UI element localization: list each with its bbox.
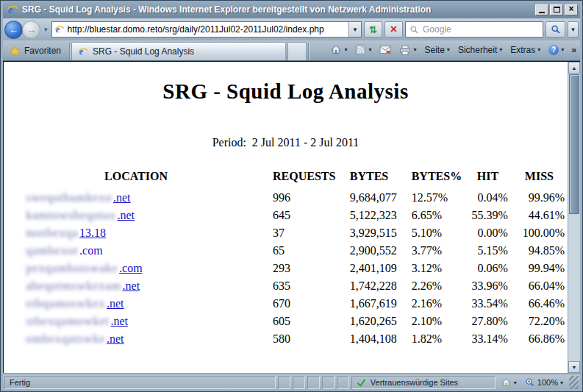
location-link[interactable]: .net (117, 209, 135, 221)
location-cell: abeqotmswkexam.net (23, 277, 249, 295)
url-text: http://bluestar.domo.reto/srg/daily/2011… (68, 24, 348, 35)
vertical-scrollbar[interactable]: ▲ ▼ (568, 62, 580, 373)
hit-cell: 27.80% (465, 313, 511, 330)
col-header-hit: HIT (465, 170, 511, 189)
table-row: qambexot.com652,900,5523.77%5.15%94.85% (23, 242, 568, 260)
table-row: kamtowsbeqotax.net6455,122,3236.65%55.39… (23, 207, 568, 224)
search-placeholder: Google (423, 24, 451, 35)
location-link[interactable]: .net (113, 191, 131, 204)
status-segment (322, 376, 335, 389)
search-input[interactable]: Google (405, 21, 543, 38)
table-row: abeqotmswkexam.net6351,742,2282.26%33.96… (23, 277, 568, 295)
separator (69, 43, 70, 59)
chevron-down-icon: ▾ (368, 46, 371, 53)
scroll-up-icon: ▲ (572, 65, 577, 71)
separator (308, 43, 309, 59)
miss-cell: 66.04% (511, 277, 568, 295)
table-row: ombexqatswke.net5801,404,1081.82%33.14%6… (23, 330, 568, 348)
zoom-magnifier-icon (525, 377, 535, 388)
refresh-button[interactable]: ⇅ (364, 21, 382, 38)
chevron-down-icon: ▾ (561, 46, 564, 53)
location-link[interactable]: .net (107, 332, 124, 345)
tab-bar: Favoriten e SRG - Squid Log Analysis ▾ (3, 40, 580, 61)
bytes-cell: 5,122,323 (338, 207, 399, 224)
zoom-control[interactable]: 100% ▾ (522, 376, 566, 389)
scrollbar-thumb[interactable] (569, 74, 579, 214)
menu-seite[interactable]: Seite ▾ (422, 43, 453, 57)
status-segment (337, 376, 349, 389)
location-link[interactable]: 13.18 (79, 227, 106, 239)
url-dropdown-button[interactable]: ▾ (348, 22, 361, 37)
minimize-button[interactable] (535, 4, 548, 15)
maximize-icon (554, 7, 560, 13)
toolbar-overflow-button[interactable]: » (569, 45, 579, 55)
stop-button[interactable]: × (385, 21, 403, 38)
help-button[interactable]: ? ▾ (546, 43, 567, 57)
address-field[interactable]: e http://bluestar.domo.reto/srg/daily/20… (51, 21, 362, 38)
recent-pages-dropdown[interactable]: ▾ (43, 26, 49, 33)
chevron-down-icon: ▾ (571, 26, 575, 33)
close-button[interactable]: × (565, 4, 578, 15)
location-link[interactable]: .net (123, 279, 140, 292)
refresh-icon: ⇅ (369, 24, 377, 35)
menu-extras-label: Extras (510, 45, 535, 55)
requests-cell: 670 (249, 295, 338, 313)
menu-sicherheit[interactable]: Sicherheit ▾ (455, 43, 505, 57)
period-value: 2 Jul 2011 - 2 Jul 2011 (252, 136, 359, 149)
maximize-button[interactable] (550, 4, 563, 15)
requests-cell: 645 (249, 207, 338, 224)
menu-extras[interactable]: Extras ▾ (507, 43, 543, 57)
hit-cell: 0.04% (465, 189, 511, 207)
menu-sicherheit-label: Sicherheit (458, 45, 497, 55)
requests-cell: 580 (249, 330, 338, 348)
masked-location-text: abeqotmswkexam (26, 279, 121, 292)
security-zone-segment[interactable]: Vertrauenswürdige Sites (351, 376, 496, 389)
home-icon (330, 44, 342, 55)
print-button[interactable]: ▾ (396, 43, 419, 57)
location-link[interactable]: .net (107, 297, 124, 310)
bytes_pct-cell: 3.77% (400, 242, 465, 260)
resize-grip[interactable] (569, 376, 579, 389)
miss-cell: 66.46% (511, 295, 568, 313)
requests-cell: 293 (249, 260, 338, 277)
browser-viewport: SRG - Squid Log Analysis Period: 2 Jul 2… (3, 61, 580, 373)
page-title: SRG - Squid Log Analysis (4, 79, 568, 104)
back-button[interactable]: ← (4, 21, 23, 39)
bytes_pct-cell: 1.82% (400, 330, 465, 348)
hit-cell: 33.14% (465, 330, 511, 348)
scroll-down-button[interactable]: ▼ (568, 361, 580, 373)
new-tab-button[interactable] (287, 42, 307, 60)
table-row: sweqotbamkexo.net9969,684,07712.57%0.04%… (23, 189, 568, 207)
masked-location-text: etbqamoswkex (26, 297, 105, 310)
protected-mode-button[interactable]: ▾ (498, 376, 520, 389)
mail-icon (379, 45, 391, 54)
location-cell: etbqamoswkex.net (23, 295, 249, 313)
star-icon (10, 46, 21, 57)
location-link[interactable]: .com (119, 262, 143, 274)
scroll-down-icon: ▼ (572, 365, 577, 370)
requests-cell: 996 (249, 189, 338, 207)
scroll-up-button[interactable]: ▲ (568, 62, 580, 74)
location-link[interactable]: .net (110, 315, 128, 327)
feeds-button[interactable]: ▾ (352, 43, 374, 57)
window-title: SRG - Squid Log Analysis - Windows Inter… (22, 4, 534, 15)
forward-button[interactable]: → (22, 21, 40, 39)
bytes-cell: 2,401,109 (338, 260, 399, 277)
mail-button[interactable] (376, 43, 394, 56)
masked-location-text: ombexqatswke (26, 332, 105, 345)
address-bar: ← → ▾ e http://bluestar.domo.reto/srg/da… (3, 18, 580, 40)
miss-cell: 94.85% (511, 242, 568, 260)
search-go-button[interactable] (546, 21, 565, 38)
tab-srg-squid-log-analysis[interactable]: e SRG - Squid Log Analysis (71, 42, 286, 60)
masked-location-text: motbexqa (26, 227, 78, 239)
tab-title: SRG - Squid Log Analysis (93, 46, 194, 57)
home-button[interactable]: ▾ (327, 43, 350, 57)
location-link[interactable]: .com (79, 244, 103, 257)
bytes_pct-cell: 12.57% (400, 189, 465, 207)
chevron-down-icon: ▾ (514, 379, 517, 386)
requests-cell: 605 (249, 313, 338, 330)
search-options-dropdown[interactable]: ▾ (568, 21, 579, 38)
favorites-button[interactable]: Favoriten (4, 42, 68, 60)
table-row: etbqamoswkex.net6701,667,6192.16%33.54%6… (23, 295, 568, 313)
requests-cell: 635 (249, 277, 338, 295)
